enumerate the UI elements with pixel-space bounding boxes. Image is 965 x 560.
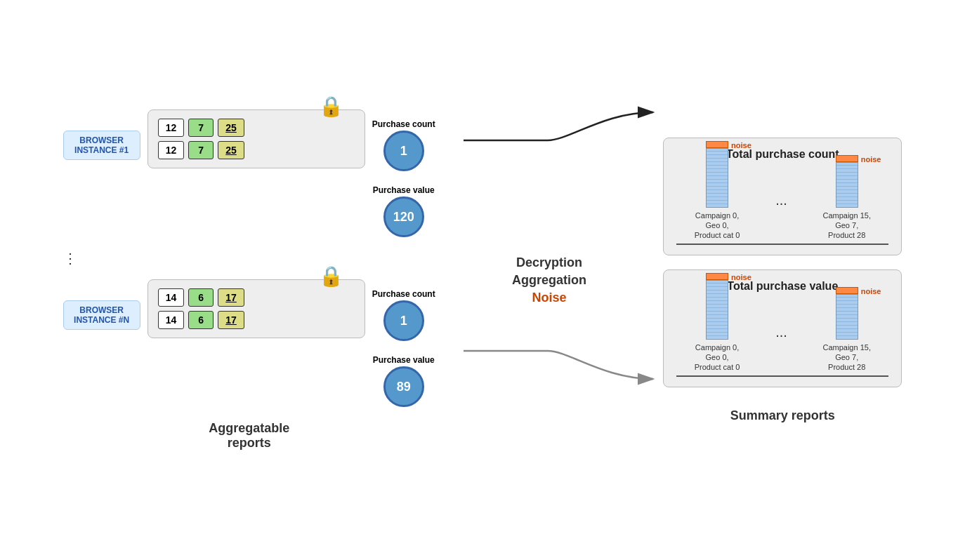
data-row-nb: 14 6 17 bbox=[158, 311, 355, 329]
dots-row: ⋮ bbox=[63, 250, 77, 267]
instances-wrapper: BROWSER INSTANCE #1 🔒 12 7 25 bbox=[63, 109, 435, 407]
instance-label-col-1: BROWSER INSTANCE #1 bbox=[63, 109, 140, 160]
purchase-count-circle-1: 1 bbox=[383, 131, 424, 171]
chart1-bar-body-2 bbox=[836, 162, 858, 208]
noise-label: Noise bbox=[532, 291, 566, 305]
report-card-1: 🔒 12 7 25 12 7 bbox=[147, 109, 365, 168]
purchase-count-circle-n: 1 bbox=[383, 300, 424, 341]
cell-nb-1: 14 bbox=[158, 311, 185, 329]
circle-group-nb: Purchase value 89 bbox=[372, 355, 435, 407]
cell-1b-3: 25 bbox=[218, 141, 244, 159]
chart2-bar2: noise Campaign 15, Geo 7, Product 28 bbox=[822, 287, 871, 373]
data-rows-group-n: 14 6 17 14 6 17 bbox=[158, 288, 355, 329]
purchase-count-label-1: Purchase count bbox=[372, 119, 435, 129]
chart1-dots: ... bbox=[775, 192, 787, 215]
chart2-bar1-wrapper: noise bbox=[706, 273, 728, 340]
circle-group-na: Purchase count 1 bbox=[372, 289, 435, 341]
instance-label-col-n: BROWSER INSTANCE #N bbox=[63, 279, 140, 330]
chart2-noise-cap-2 bbox=[836, 287, 858, 294]
chart2-xlabel-2: Campaign 15, Geo 7, Product 28 bbox=[822, 342, 871, 373]
circle-group-1b: Purchase value 120 bbox=[372, 185, 435, 237]
circle-group-1a: Purchase count 1 bbox=[372, 119, 435, 171]
chart2-bar-body-1 bbox=[706, 280, 728, 340]
report-card-n: 🔒 14 6 17 14 6 17 bbox=[147, 279, 365, 338]
report-and-circles-n: 🔒 14 6 17 14 6 17 bbox=[147, 279, 435, 407]
purchase-value-circle-1: 120 bbox=[383, 196, 424, 237]
data-row-na: 14 6 17 bbox=[158, 288, 355, 307]
aggregatable-reports-label: Aggregatable reports bbox=[209, 421, 289, 451]
chart2-bar1: noise Campaign 0, Geo 0, Product cat 0 bbox=[695, 273, 740, 373]
purchase-value-circle-n: 89 bbox=[383, 366, 424, 407]
purchase-value-label-1: Purchase value bbox=[373, 185, 435, 195]
chart1-bar2: noise Campaign 15, Geo 7, Product 28 bbox=[822, 155, 871, 241]
data-rows-group-1: 12 7 25 12 7 25 bbox=[158, 119, 355, 159]
purchase-value-label-n: Purchase value bbox=[373, 355, 435, 365]
chart1-noise-cap-1 bbox=[706, 141, 728, 148]
circles-col-1: Purchase count 1 Purchase value 120 bbox=[372, 109, 435, 237]
chart2-xlabel-1: Campaign 0, Geo 0, Product cat 0 bbox=[695, 342, 740, 373]
summary-card-1: Total purchase count noise Campaign 0, G… bbox=[663, 138, 902, 255]
chart2-noise-label-2: noise bbox=[861, 287, 881, 295]
cell-1a-2: 7 bbox=[188, 119, 214, 137]
decryption-label: Decryption bbox=[516, 255, 582, 270]
instance-row-1: BROWSER INSTANCE #1 🔒 12 7 25 bbox=[63, 109, 435, 237]
lock-icon-1: 🔒 bbox=[319, 95, 343, 118]
browser-instance-1-label: BROWSER INSTANCE #1 bbox=[63, 131, 140, 160]
cell-1a-1: 12 bbox=[158, 119, 185, 137]
chart1-bar1: noise Campaign 0, Geo 0, Product cat 0 bbox=[695, 141, 740, 241]
instance-row-n: BROWSER INSTANCE #N 🔒 14 6 17 bbox=[63, 279, 435, 407]
chart1-bar1-wrapper: noise bbox=[706, 141, 728, 208]
purchase-count-label-n: Purchase count bbox=[372, 289, 435, 299]
report-and-circles-1: 🔒 12 7 25 12 7 bbox=[147, 109, 435, 237]
browser-instance-n-label: BROWSER INSTANCE #N bbox=[63, 300, 140, 330]
chart1-noise-label-2: noise bbox=[861, 155, 881, 164]
chart2-area: noise Campaign 0, Geo 0, Product cat 0 .… bbox=[676, 300, 888, 377]
chart1-bar-body-1 bbox=[706, 148, 728, 208]
left-section: BROWSER INSTANCE #1 🔒 12 7 25 bbox=[63, 109, 435, 451]
chart2-dots: ... bbox=[775, 324, 787, 347]
right-section: Total purchase count noise Campaign 0, G… bbox=[663, 138, 902, 423]
chart1-area: noise Campaign 0, Geo 0, Product cat 0 .… bbox=[676, 168, 888, 245]
lock-icon-n: 🔒 bbox=[319, 265, 343, 288]
summary-reports-label: Summary reports bbox=[730, 408, 835, 423]
cell-nb-3: 17 bbox=[218, 311, 244, 329]
aggregation-label: Aggregation bbox=[512, 273, 586, 288]
cell-1a-3: 25 bbox=[218, 119, 244, 137]
circles-col-n: Purchase count 1 Purchase value 89 bbox=[372, 279, 435, 407]
chart2-bar-body-2 bbox=[836, 294, 858, 340]
cell-na-3: 17 bbox=[218, 288, 244, 307]
chart1-xlabel-1: Campaign 0, Geo 0, Product cat 0 bbox=[695, 211, 740, 241]
cell-nb-2: 6 bbox=[188, 311, 214, 329]
chart2-noise-label-1: noise bbox=[731, 273, 751, 281]
cell-na-2: 6 bbox=[188, 288, 214, 307]
chart2-bar2-wrapper: noise bbox=[836, 287, 858, 340]
data-row-1a: 12 7 25 bbox=[158, 119, 355, 137]
middle-section: Decryption Aggregation Noise bbox=[505, 255, 593, 305]
cell-1b-1: 12 bbox=[158, 141, 185, 159]
chart1-xlabel-2: Campaign 15, Geo 7, Product 28 bbox=[822, 211, 871, 241]
cell-1b-2: 7 bbox=[188, 141, 214, 159]
chart1-bar2-wrapper: noise bbox=[836, 155, 858, 208]
summary-card-2: Total purchase value noise Campaign 0, G… bbox=[663, 269, 902, 387]
chart1-noise-cap-2 bbox=[836, 155, 858, 162]
chart1-noise-label-1: noise bbox=[731, 141, 751, 149]
data-row-1b: 12 7 25 bbox=[158, 141, 355, 159]
cell-na-1: 14 bbox=[158, 288, 185, 307]
main-container: BROWSER INSTANCE #1 🔒 12 7 25 bbox=[0, 0, 965, 560]
chart2-noise-cap-1 bbox=[706, 273, 728, 280]
